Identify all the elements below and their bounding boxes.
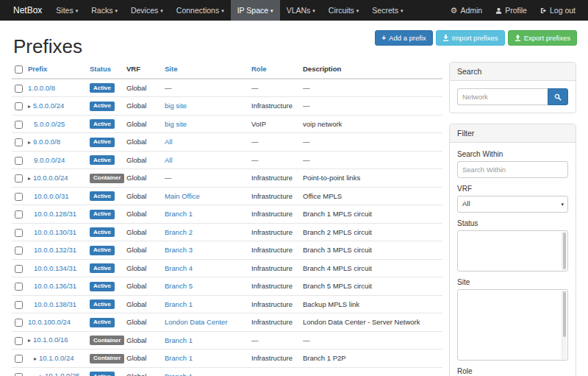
prefix-link[interactable]: 10.1.0.0/24	[39, 354, 74, 362]
plus-icon: +	[381, 35, 386, 42]
nav-item-secrets[interactable]: Secrets ▾	[365, 0, 409, 21]
search-button[interactable]	[548, 88, 568, 105]
column-header-status[interactable]: Status	[87, 62, 123, 79]
row-checkbox[interactable]	[15, 265, 23, 273]
row-checkbox[interactable]	[15, 246, 23, 255]
nav-item-racks[interactable]: Racks ▾	[85, 0, 124, 21]
status-listbox[interactable]	[457, 230, 568, 272]
tree-indent	[28, 234, 34, 235]
user-nav-item-admin[interactable]: ⚙ Admin	[444, 0, 490, 21]
prefix-link[interactable]: 10.0.0.138/31	[34, 300, 76, 308]
status-listbox-scrollbar[interactable]	[562, 232, 567, 270]
brand-netbox[interactable]: NetBox	[6, 0, 49, 21]
select-all-checkbox[interactable]	[15, 65, 23, 74]
site-link[interactable]: Branch 1	[165, 372, 193, 376]
prefix-link[interactable]: 5.0.0.0/25	[34, 120, 65, 128]
site-link[interactable]: London Data Center	[165, 318, 228, 326]
prefix-link[interactable]: 10.0.0.0/24	[33, 174, 68, 182]
status-badge: Active	[90, 299, 115, 309]
site-link[interactable]: Main Office	[165, 192, 200, 200]
row-checkbox[interactable]	[15, 85, 23, 93]
row-checkbox[interactable]	[15, 174, 23, 182]
description-cell: Backup MPLS link	[300, 295, 442, 313]
prefix-link[interactable]: 10.0.0.134/31	[34, 264, 76, 272]
prefix-link[interactable]: 10.0.0.0/31	[34, 192, 69, 200]
vrf-select[interactable]: All ▾	[457, 196, 568, 213]
table-row: ▸5.0.0.0/24 Active Global big site Infra…	[12, 97, 442, 116]
table-row: 5.0.0.0/25 Active Global big site VoIP v…	[12, 115, 442, 133]
site-link[interactable]: Branch 2	[165, 228, 193, 236]
row-checkbox[interactable]	[15, 102, 23, 110]
row-checkbox[interactable]	[15, 319, 23, 327]
chevron-down-icon: ▾	[270, 8, 273, 14]
row-checkbox[interactable]	[15, 193, 23, 201]
add-prefix-button[interactable]: + Add a prefix	[375, 30, 433, 46]
scrollbar-thumb[interactable]	[563, 233, 566, 269]
prefix-link[interactable]: 10.0.0.136/31	[34, 282, 76, 290]
site-link[interactable]: big site	[165, 102, 187, 110]
export-prefixes-button[interactable]: Export prefixes	[508, 30, 577, 46]
nav-item-devices[interactable]: Devices ▾	[124, 0, 170, 21]
user-nav-item-profile[interactable]: Profile	[489, 0, 534, 21]
prefix-link[interactable]: 10.0.0.130/31	[34, 228, 76, 236]
row-checkbox[interactable]	[15, 301, 23, 309]
row-checkbox[interactable]	[15, 157, 23, 165]
search-within-input[interactable]	[457, 161, 568, 178]
nav-item-sites[interactable]: Sites ▾	[49, 0, 85, 21]
nav-item-vlans[interactable]: VLANs ▾	[280, 0, 322, 21]
vrf-cell: Global	[123, 133, 162, 152]
page-actions: + Add a prefix Import prefixes Export pr…	[375, 30, 577, 46]
row-checkbox[interactable]	[15, 373, 23, 376]
site-link[interactable]: All	[165, 156, 173, 164]
prefix-table-section: PrefixStatusVRFSiteRoleDescription 1.0.0…	[12, 62, 442, 376]
description-cell: Branch 1 MPLS circuit	[300, 205, 442, 224]
prefix-link[interactable]: 10.0.0.132/31	[34, 246, 76, 254]
site-link[interactable]: Branch 1	[165, 354, 193, 362]
status-badge: Active	[90, 227, 115, 237]
chevron-down-icon: ▾	[312, 8, 315, 14]
sidebar: Search Filter Search Within VRF All ▾ St…	[449, 62, 576, 376]
row-checkbox[interactable]	[15, 337, 23, 345]
row-checkbox[interactable]	[15, 283, 23, 291]
nav-item-label: Racks	[91, 6, 112, 15]
vrf-cell: Global	[123, 97, 162, 116]
prefix-link[interactable]: 1.0.0.0/8	[28, 84, 55, 92]
row-checkbox[interactable]	[15, 355, 23, 363]
column-header-prefix[interactable]: Prefix	[25, 62, 87, 79]
nav-item-connections[interactable]: Connections ▾	[170, 0, 231, 21]
prefix-link[interactable]: 10.0.100.0/24	[28, 318, 71, 326]
site-link[interactable]: All	[165, 138, 173, 146]
column-header-site[interactable]: Site	[162, 62, 248, 79]
row-checkbox[interactable]	[15, 210, 23, 219]
prefix-link[interactable]: 10.0.0.128/31	[34, 210, 76, 218]
description-cell: voip network	[300, 115, 442, 133]
row-checkbox[interactable]	[15, 229, 23, 237]
site-link[interactable]: Branch 4	[165, 264, 193, 272]
vrf-cell: Global	[123, 169, 162, 188]
site-listbox-scrollbar[interactable]	[562, 291, 567, 359]
prefix-link[interactable]: 5.0.0.0/24	[33, 102, 64, 110]
prefix-link[interactable]: 9.0.0.0/8	[33, 138, 60, 146]
site-link[interactable]: Branch 1	[165, 300, 193, 308]
prefix-link[interactable]: 10.1.0.0/25	[45, 372, 80, 376]
column-header-role[interactable]: Role	[248, 62, 300, 79]
site-link[interactable]: Branch 5	[165, 282, 193, 290]
prefix-link[interactable]: 10.1.0.0/16	[33, 336, 68, 344]
prefix-link[interactable]: 9.0.0.0/24	[34, 156, 65, 164]
nav-item-label: Connections	[176, 6, 219, 15]
nav-item-ip-space[interactable]: IP Space ▾	[231, 0, 280, 21]
scrollbar-thumb[interactable]	[563, 291, 566, 337]
site-link[interactable]: Branch 1	[165, 210, 193, 218]
user-nav: ⚙ Admin Profile Log out	[444, 0, 588, 21]
import-prefixes-button[interactable]: Import prefixes	[436, 30, 505, 46]
search-icon	[554, 93, 562, 101]
site-link[interactable]: big site	[165, 120, 187, 128]
site-link[interactable]: Branch 1	[165, 336, 193, 344]
row-checkbox[interactable]	[15, 121, 23, 129]
nav-item-circuits[interactable]: Circuits ▾	[322, 0, 366, 21]
site-listbox[interactable]	[457, 289, 568, 361]
search-input[interactable]	[457, 88, 548, 105]
site-link[interactable]: Branch 3	[165, 246, 193, 254]
user-nav-item-log-out[interactable]: Log out	[534, 0, 582, 21]
row-checkbox[interactable]	[15, 138, 23, 146]
